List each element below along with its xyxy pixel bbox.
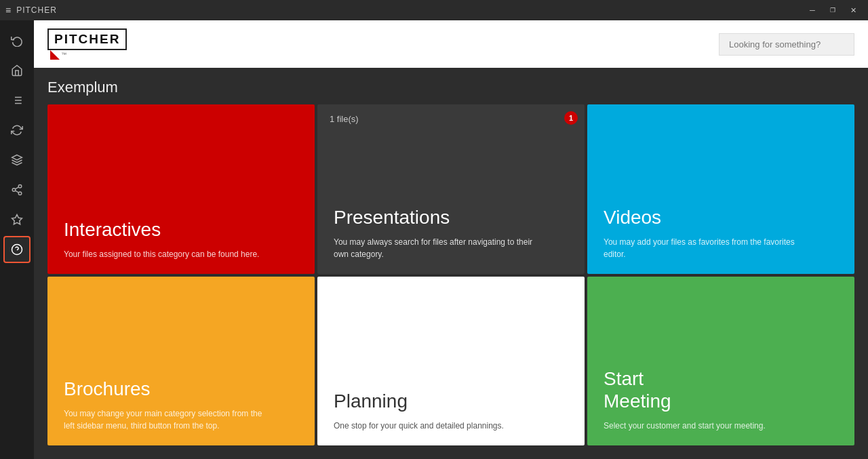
main-content: PITCHER ™ Exemplum InteractivesYour file… bbox=[34, 20, 868, 459]
tile-planning[interactable]: PlanningOne stop for your quick and deta… bbox=[317, 277, 585, 446]
tile-description: You may always search for files after na… bbox=[334, 236, 545, 260]
sidebar-item-help[interactable] bbox=[3, 236, 31, 263]
minimize-button[interactable]: ─ bbox=[803, 3, 822, 17]
sidebar-item-home[interactable] bbox=[3, 57, 31, 84]
sidebar-item-refresh[interactable] bbox=[3, 27, 31, 54]
header: PITCHER ™ bbox=[34, 20, 868, 68]
menu-icon[interactable]: ≡ bbox=[5, 5, 11, 16]
sidebar-item-favorites[interactable] bbox=[3, 206, 31, 233]
restore-button[interactable]: ❐ bbox=[823, 3, 842, 17]
tile-title: Presentations bbox=[334, 206, 568, 229]
svg-point-9 bbox=[18, 192, 22, 195]
svg-marker-12 bbox=[12, 215, 22, 224]
tile-file-count: 1 file(s) bbox=[330, 114, 359, 124]
close-button[interactable]: ✕ bbox=[844, 3, 863, 17]
tile-start-meeting[interactable]: StartMeetingSelect your customer and sta… bbox=[587, 277, 854, 446]
tile-title: Interactives bbox=[64, 218, 298, 241]
svg-line-11 bbox=[15, 187, 18, 189]
sidebar-item-layers[interactable] bbox=[3, 146, 31, 174]
search-input[interactable] bbox=[719, 33, 854, 56]
tile-brochures[interactable]: BrochuresYou may change your main catego… bbox=[47, 277, 315, 446]
tile-videos[interactable]: VideosYou may add your files as favorite… bbox=[587, 104, 854, 274]
tile-presentations[interactable]: 1 file(s)1PresentationsYou may always se… bbox=[317, 104, 585, 274]
app-body: PITCHER ™ Exemplum InteractivesYour file… bbox=[0, 20, 868, 459]
tile-description: Your files assigned to this category can… bbox=[64, 248, 275, 260]
tile-title: Brochures bbox=[64, 378, 298, 401]
tile-description: One stop for your quick and detailed pla… bbox=[334, 420, 545, 432]
sidebar bbox=[0, 20, 34, 459]
logo: PITCHER ™ bbox=[47, 28, 127, 60]
titlebar: ≡ PITCHER ─ ❐ ✕ bbox=[0, 0, 868, 20]
sidebar-item-share[interactable] bbox=[3, 176, 31, 203]
tile-title: Planning bbox=[334, 390, 568, 413]
tile-description: Select your customer and start your meet… bbox=[604, 420, 814, 432]
tile-title: Videos bbox=[604, 206, 838, 229]
logo-tm: ™ bbox=[61, 52, 66, 58]
tile-grid: InteractivesYour files assigned to this … bbox=[34, 104, 868, 459]
tile-badge: 1 bbox=[564, 111, 578, 125]
page-title-area: Exemplum bbox=[34, 68, 868, 104]
page-title: Exemplum bbox=[47, 79, 854, 96]
tile-interactives[interactable]: InteractivesYour files assigned to this … bbox=[47, 104, 315, 274]
svg-point-7 bbox=[18, 185, 22, 188]
logo-accent bbox=[50, 50, 60, 60]
tile-title: StartMeeting bbox=[604, 367, 838, 413]
svg-marker-6 bbox=[12, 155, 22, 161]
logo-text: PITCHER bbox=[54, 32, 120, 47]
tile-description: You may add your files as favorites from… bbox=[604, 236, 814, 260]
window-controls: ─ ❐ ✕ bbox=[803, 3, 863, 17]
app-title: PITCHER bbox=[16, 5, 57, 15]
svg-point-8 bbox=[12, 188, 16, 192]
sidebar-item-list[interactable] bbox=[3, 87, 31, 114]
svg-line-10 bbox=[15, 191, 18, 193]
sidebar-item-sync[interactable] bbox=[3, 117, 31, 144]
tile-description: You may change your main category select… bbox=[64, 407, 275, 432]
